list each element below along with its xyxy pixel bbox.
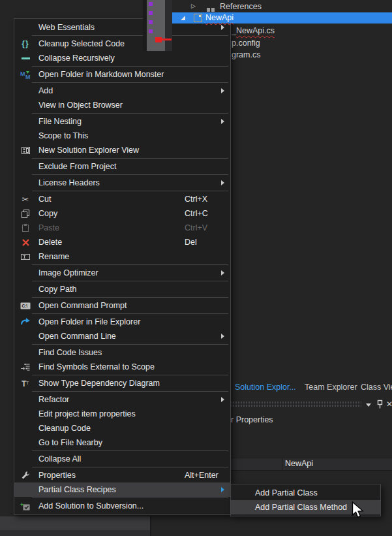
menu-item-label: Show Type Dependency Diagram (38, 379, 160, 388)
menu-item-refactor[interactable]: Refactor (14, 392, 230, 407)
menu-item-new-solution-explorer-view[interactable]: New Solution Explorer View (14, 143, 230, 157)
scrollbar-gutter (165, 0, 172, 51)
paste-icon (18, 221, 33, 234)
menu-item-scope-to-this[interactable]: Scope to This (14, 129, 230, 143)
scrollbar-track[interactable] (147, 0, 165, 51)
menu-separator (32, 158, 228, 159)
menu-item-add-solution-to-subversion[interactable]: +Add Solution to Subversion... (14, 499, 230, 513)
panel-drag-grip[interactable] (222, 401, 361, 407)
menu-item-cleanup-code[interactable]: Cleanup Code (14, 421, 230, 435)
menu-item-label: New Solution Explorer View (38, 146, 139, 155)
menu-item-partial-class-recipes[interactable]: Partial Class Recipes (14, 482, 230, 497)
menu-item-rename[interactable]: Rename (14, 249, 230, 264)
menu-item-label: Cut (38, 195, 51, 204)
menu-item-copy-path[interactable]: Copy Path (14, 282, 230, 296)
menu-item-label: Refactor (38, 395, 69, 404)
menu-item-label: Scope to This (38, 131, 88, 140)
chevron-down-icon[interactable] (366, 403, 371, 407)
submenu-arrow-icon (221, 270, 224, 276)
tree-item-label[interactable]: _NewApi.cs (232, 26, 275, 35)
menu-item-shortcut: Alt+Enter (185, 471, 219, 480)
dash-icon (18, 52, 33, 65)
tree-item-name: NewApi.cs (236, 26, 275, 35)
menu-item-show-type-dependency-diagram[interactable]: TTShow Type Dependency Diagram (14, 376, 230, 390)
tree-item-label[interactable]: NewApi (205, 13, 234, 22)
find-symbols-icon (18, 360, 33, 373)
menu-separator (32, 264, 228, 265)
menu-item-delete[interactable]: DeleteDel (14, 235, 230, 249)
menu-item-label: View in Object Browser (38, 101, 123, 110)
menu-item-copy[interactable]: CopyCtrl+C (14, 206, 230, 221)
rename-icon (18, 250, 33, 263)
menu-item-label: Open Folder in File Explorer (38, 317, 140, 326)
menu-item-label: Image Optimizer (38, 268, 98, 277)
menu-item-label: Edit project item properties (38, 409, 136, 418)
submenu-arrow-icon (221, 334, 224, 339)
copy-icon (18, 207, 33, 220)
menu-item-label: Go to File Nearby (38, 438, 102, 447)
menu-item-properties[interactable]: PropertiesAlt+Enter (14, 468, 230, 482)
menu-separator (32, 113, 228, 114)
menu-item-find-code-issues[interactable]: Find Code Issues (14, 345, 230, 360)
menu-separator (32, 497, 228, 498)
context-menu: Web Essentials{}Cleanup Selected CodeCol… (14, 18, 231, 515)
tree-row-newapi-selected[interactable]: NewApi (171, 12, 392, 24)
menu-item-shortcut: Ctrl+C (185, 209, 208, 218)
menu-item-collapse-all[interactable]: Collapse All (14, 452, 230, 466)
menu-item-open-folder-in-markdown-monster[interactable]: MMOpen Folder in Markdown Monster (14, 67, 230, 82)
tree-item-label[interactable]: gram.cs (232, 50, 260, 59)
menu-item-open-folder-in-file-explorer[interactable]: Open Folder in File Explorer (14, 315, 230, 329)
menu-item-open-command-prompt[interactable]: C:\Open Command Prompt (14, 298, 230, 313)
menu-item-label: Find Code Issues (38, 348, 102, 357)
tree-row-references[interactable]: ▷ References (171, 1, 392, 12)
svg-text:M: M (25, 74, 31, 80)
tree-item-label[interactable]: References (220, 2, 262, 11)
tab-team-explorer[interactable]: Team Explorer (305, 383, 357, 392)
menu-item-cleanup-selected-code[interactable]: {}Cleanup Selected Code (14, 37, 230, 51)
menu-item-label: Add Partial Class (255, 488, 318, 497)
menu-item-collapse-recursively[interactable]: Collapse Recursively (14, 51, 230, 65)
menu-item-shortcut: Del (185, 238, 197, 247)
new-solution-explorer-icon (18, 144, 33, 157)
menu-item-label: Rename (38, 252, 69, 261)
menu-item-label: Add Partial Class Method (255, 503, 347, 512)
close-icon[interactable]: ✕ (386, 400, 392, 409)
menu-item-label: Cleanup Selected Code (38, 39, 125, 48)
tab-class-view[interactable]: Class Vie (361, 383, 392, 392)
property-grid-divider[interactable] (282, 458, 282, 471)
menu-item-view-in-object-browser[interactable]: View in Object Browser (14, 98, 230, 112)
menu-item-go-to-file-nearby[interactable]: Go to File Nearby (14, 435, 230, 450)
menu-item-image-optimizer[interactable]: Image Optimizer (14, 266, 230, 280)
tab-solution-explorer[interactable]: Solution Explor... (235, 383, 296, 392)
menu-item-cut[interactable]: ✂CutCtrl+X (14, 192, 230, 206)
menu-item-add[interactable]: Add (14, 84, 230, 98)
pin-icon[interactable] (376, 400, 384, 409)
property-value[interactable]: NewApi (285, 459, 313, 468)
tree-item-label[interactable]: p.config (232, 39, 260, 48)
tree-item-prefix: _ (232, 26, 236, 35)
menu-item-edit-project-item-properties[interactable]: Edit project item properties (14, 407, 230, 421)
menu-item-exclude-from-project[interactable]: Exclude From Project (14, 159, 230, 174)
menu-item-license-headers[interactable]: License Headers (14, 176, 230, 190)
menu-item-file-nesting[interactable]: File Nesting (14, 114, 230, 129)
menu-item-label: Partial Class Recipes (38, 485, 116, 494)
submenu-item-add-partial-class[interactable]: Add Partial Class (231, 486, 380, 500)
svg-text:M: M (20, 71, 25, 77)
change-marker-icon (149, 2, 153, 6)
menu-separator (32, 191, 228, 191)
panel-divider (150, 516, 151, 536)
expand-expanded-icon[interactable] (181, 16, 185, 20)
menu-separator (32, 313, 228, 314)
menu-item-open-command-line[interactable]: Open Command Line (14, 329, 230, 343)
menu-item-find-symbols-external-to-scope[interactable]: Find Symbols External to Scope (14, 360, 230, 374)
menu-separator (32, 450, 228, 451)
bottom-panel-strip (0, 530, 150, 536)
menu-separator (32, 82, 228, 83)
submenu-arrow-icon (221, 88, 224, 93)
menu-item-label: Add (38, 86, 53, 95)
markdown-monster-icon: MM (18, 68, 33, 81)
menu-item-paste: PasteCtrl+V (14, 221, 230, 235)
menu-item-label: File Nesting (38, 117, 82, 126)
menu-separator (32, 174, 228, 175)
expand-collapsed-icon[interactable]: ▷ (191, 3, 196, 9)
